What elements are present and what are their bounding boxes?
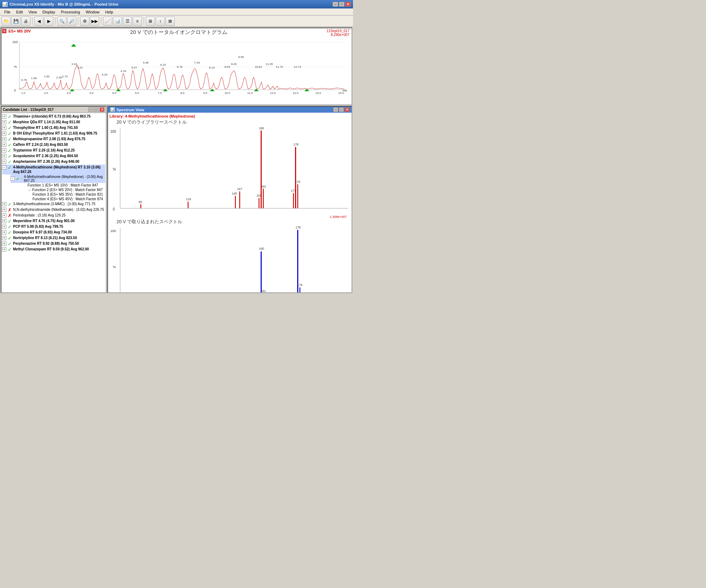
tb-select[interactable]: ↕ <box>156 17 165 26</box>
list-item[interactable]: + ✓ Doxepine RT 6.97 (6.93) Avg 734.00 <box>2 230 105 235</box>
expand-button[interactable]: + <box>2 236 6 240</box>
svg-text:179: 179 <box>297 283 303 287</box>
menu-help[interactable]: Help <box>102 9 116 15</box>
list-item[interactable]: + ✓ Scopolamine RT 2.36 (2.25) Avg 804.5… <box>2 153 105 159</box>
menu-window[interactable]: Window <box>83 9 102 15</box>
candidate-minimize-button[interactable]: ─ <box>88 107 93 112</box>
window-controls: ─ □ ✕ <box>333 2 351 7</box>
chrom-close-button[interactable]: ✕ <box>2 29 6 33</box>
menu-processing[interactable]: Processing <box>58 9 83 15</box>
function-item[interactable]: Function 3 (ES+ MS 35V) : Match Factor 8… <box>28 192 105 197</box>
list-item[interactable]: + ✓ Theophylline RT 1.60 (1.45) Avg 741.… <box>2 125 105 131</box>
tb-table[interactable]: ☰ <box>123 17 132 26</box>
list-item[interactable]: + ✓ Methyl Clonazepam RT 9.59 (9.52) Avg… <box>2 247 105 252</box>
tb-save[interactable]: 💾 <box>11 17 20 26</box>
list-item[interactable]: + ✓ Tryptamine RT 2.26 (2.16) Avg 812.25 <box>2 148 105 153</box>
list-item[interactable]: + ✓ Caffein RT 2.24 (2.16) Avg 863.50 <box>2 142 105 148</box>
sub-expand-button[interactable]: − <box>11 177 15 181</box>
close-button[interactable]: ✕ <box>345 2 351 7</box>
tb-forward[interactable]: ▶ <box>44 17 53 26</box>
expand-button[interactable]: + <box>2 131 6 136</box>
maximize-button[interactable]: □ <box>339 2 345 7</box>
tb-back[interactable]: ◀ <box>34 17 43 26</box>
expand-button[interactable]: − <box>2 165 6 170</box>
app-icon: 📊 <box>2 2 8 7</box>
expand-button[interactable]: + <box>2 219 6 223</box>
expand-button[interactable]: + <box>2 114 6 119</box>
check-icon: ✗ <box>7 207 12 212</box>
expand-button[interactable]: + <box>2 208 6 212</box>
tb-zoom-in[interactable]: 🔍 <box>57 17 66 26</box>
function-item[interactable]: Function 4 (ES+ MS 45V) : Match Factor 8… <box>28 197 105 201</box>
expand-button[interactable]: + <box>2 160 6 164</box>
expand-button[interactable]: + <box>2 213 6 218</box>
list-item[interactable]: + ✓ Meperidine RT 4.76 (4.75) Avg 901.00 <box>2 218 105 224</box>
menu-display[interactable]: Display <box>40 9 58 15</box>
list-item[interactable]: + ✓ 3-Methylmethcathinone (3-MMC) : (3.0… <box>2 201 105 207</box>
item-text: Perphenazine RT 8.92 (8.88) Avg 750.50 <box>13 241 79 246</box>
candidate-maximize-button[interactable]: □ <box>94 107 99 112</box>
tb-chart2[interactable]: 📊 <box>113 17 122 26</box>
tb-print[interactable]: 🖨 <box>21 17 30 26</box>
spectrum-close-button[interactable]: ✕ <box>345 107 349 112</box>
svg-text:178: 178 <box>293 143 298 146</box>
expand-button[interactable]: + <box>2 225 6 229</box>
expand-button[interactable]: + <box>2 120 6 124</box>
menu-file[interactable]: File <box>1 9 13 15</box>
list-item[interactable]: + ✓ Perphenazine RT 8.92 (8.88) Avg 750.… <box>2 241 105 247</box>
expand-button[interactable]: + <box>2 137 6 141</box>
function-item[interactable]: → Function 2 (ES+ MS 20V) : Match Factor… <box>28 188 105 192</box>
svg-marker-51 <box>71 44 76 47</box>
menu-edit[interactable]: Edit <box>13 9 26 15</box>
spectrum-maximize-button[interactable]: □ <box>339 107 344 112</box>
sample-spectrum-chart: 100 % 0 103 <box>109 226 350 293</box>
list-item[interactable]: + ✓ Methiopropamine RT 2.08 (1.93) Avg 8… <box>2 136 105 142</box>
tb-process[interactable]: ▶▶ <box>90 17 99 26</box>
item-text: Theophylline RT 1.60 (1.45) Avg 741.50 <box>13 125 78 130</box>
function-item[interactable]: Function 1 (ES+ MS 10V) : Match Factor 8… <box>28 183 105 188</box>
expand-button[interactable]: + <box>2 154 6 158</box>
tb-auto[interactable]: ⚙ <box>80 17 89 26</box>
expand-button[interactable]: + <box>2 230 6 234</box>
svg-text:%: % <box>113 265 116 269</box>
expand-button[interactable]: + <box>2 202 6 206</box>
check-icon: ✓ <box>7 137 12 142</box>
candidate-close-button[interactable]: ✕ <box>100 107 104 112</box>
svg-text:100: 100 <box>12 40 18 44</box>
tb-chart1[interactable]: 📈 <box>103 17 112 26</box>
tb-zoom-out[interactable]: 🔎 <box>67 17 76 26</box>
candidate-panel-title: Candidate List - 11Sept19_017 <box>3 108 54 112</box>
expand-button[interactable]: + <box>2 126 6 130</box>
list-item[interactable]: − ✓ 4-Methylmethcathinone (Mephedrone) R… <box>2 165 105 174</box>
list-item[interactable]: + ✗ Perindoprilate : (3.18) Avg 129.25 <box>2 213 105 218</box>
expand-button[interactable]: + <box>2 247 6 251</box>
tb-open[interactable]: 📁 <box>1 17 11 26</box>
minimize-button[interactable]: ─ <box>333 2 338 7</box>
expand-button[interactable]: + <box>2 143 6 147</box>
spectrum-title-left: 📊 Spectrum View <box>110 107 144 112</box>
toolbar: 📁 💾 🖨 ◀ ▶ 🔍 🔎 ⚙ ▶▶ 📈 📊 ☰ ≡ ⊞ ↕ ⊠ <box>0 16 353 27</box>
item-text: 4-Methylmethcathinone (Mephedrone) RT 3.… <box>13 165 105 174</box>
svg-text:1.08: 1.08 <box>31 77 37 80</box>
tb-list[interactable]: ≡ <box>133 17 142 26</box>
main-area: ✕ ES+ MS 20V 20 V でのトータルイオンクロマトグラム 11Sep… <box>0 27 353 294</box>
item-text: 3-Methylmethcathinone (3-MMC) : (3.00) A… <box>13 202 95 206</box>
spectrum-minimize-button[interactable]: ─ <box>333 107 338 112</box>
menu-view[interactable]: View <box>26 9 40 15</box>
list-item[interactable]: + ✓ Morphine QDa RT 1.14 (1.05) Avg 911.… <box>2 119 105 125</box>
expand-button[interactable]: + <box>2 242 6 246</box>
svg-text:7.44: 7.44 <box>194 61 200 64</box>
check-icon: ✓ <box>7 230 12 235</box>
list-item[interactable]: + ✓ Nortriptyline RT 8.13 (8.21) Avg 823… <box>2 235 105 241</box>
list-item[interactable]: + ✓ Thiamine+ (chloride) RT 0.73 (0.66) … <box>2 114 105 119</box>
list-item[interactable]: + ✓ PCP RT 5.98 (5.83) Avg 799.75 <box>2 224 105 230</box>
sample-spectrum-title: 20 V で取り込まれたスペクトル <box>109 219 350 225</box>
list-item[interactable]: + ✓ B OH Ethyl Theophylline RT 1.81 (1.6… <box>2 131 105 136</box>
list-item[interactable]: + ✗ N,N-diethylnicotinamide (Nikethamide… <box>2 207 105 213</box>
tb-cursor[interactable]: ⊠ <box>166 17 175 26</box>
candidate-list[interactable]: + ✓ Thiamine+ (chloride) RT 0.73 (0.66) … <box>1 113 106 292</box>
list-item[interactable]: + ✓ Amphetamine RT 2.38 (2.26) Avg 846.0… <box>2 159 105 165</box>
expand-button[interactable]: + <box>2 148 6 153</box>
sub-item[interactable]: − ✓ ↑ 4-Methylmethcathinone (Mephedrone)… <box>11 174 105 183</box>
tb-fit[interactable]: ⊞ <box>146 17 155 26</box>
